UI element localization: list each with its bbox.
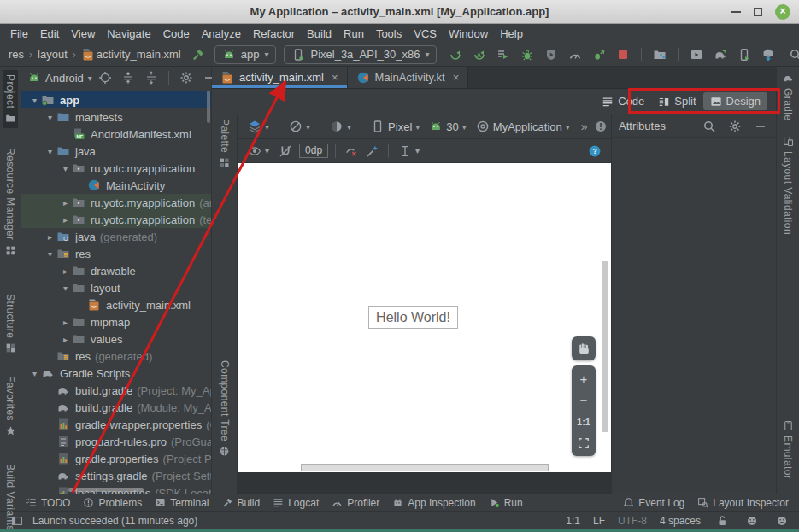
project-view-selector[interactable]: Android xyxy=(45,72,84,85)
profiler-button[interactable] xyxy=(567,46,584,63)
canvas-horizontal-scrollbar[interactable] xyxy=(301,464,549,471)
tree-item-ru-yotc-myapplication[interactable]: ▾ru.yotc.myapplication xyxy=(21,160,211,177)
hello-world-textview[interactable]: Hello World! xyxy=(368,306,458,329)
tree-item-ru-yotc-myapplication[interactable]: ▸ru.yotc.myapplication(test) xyxy=(21,211,211,228)
canvas-vertical-scrollbar[interactable] xyxy=(602,261,608,432)
chevron-right-icon[interactable]: ▸ xyxy=(59,318,72,327)
chevron-down-icon[interactable]: ▾ xyxy=(28,369,41,378)
menu-navigate[interactable]: Navigate xyxy=(101,27,156,40)
tree-item-ru-yotc-myapplication[interactable]: ▸ru.yotc.myapplication(androidTest) xyxy=(21,194,211,211)
chevron-down-icon[interactable]: ▾ xyxy=(59,284,72,293)
menu-build[interactable]: Build xyxy=(301,27,338,40)
attach-debugger-button[interactable] xyxy=(590,46,608,63)
menu-analyze[interactable]: Analyze xyxy=(196,27,247,40)
toolwindow-run-button[interactable]: Run xyxy=(489,497,523,509)
pan-button[interactable] xyxy=(572,336,596,360)
status-1-1[interactable]: 1:1 xyxy=(566,515,580,527)
apply-changes-button[interactable]: A xyxy=(471,46,488,63)
design-canvas[interactable]: Hello World! + − 1:1 xyxy=(238,163,611,472)
sdk-manager-button[interactable] xyxy=(760,46,777,63)
toolwindow-terminal-button[interactable]: Terminal xyxy=(155,497,209,509)
design-surface-button[interactable]: ▾ xyxy=(245,120,272,133)
tree-item-layout[interactable]: ▾layout xyxy=(21,279,211,296)
menu-file[interactable]: File xyxy=(4,27,34,40)
tab-activity-main-xml[interactable]: <>activity_main.xml× xyxy=(212,67,348,88)
view-options-eye-button[interactable]: ▾ xyxy=(245,144,272,158)
chevron-down-icon[interactable]: ▾ xyxy=(59,164,72,173)
avd-manager-button[interactable] xyxy=(736,46,753,63)
face-happy-button[interactable] xyxy=(743,512,761,529)
tree-item-mipmap[interactable]: ▸mipmap xyxy=(21,313,211,330)
tree-item-values[interactable]: ▸values xyxy=(21,330,211,348)
menu-window[interactable]: Window xyxy=(443,27,494,40)
sidebar-tab-structure[interactable]: Structure xyxy=(3,289,18,358)
gradle-sync-button[interactable] xyxy=(712,46,729,63)
coverage-button[interactable] xyxy=(543,46,560,63)
toolwindow-logcat-button[interactable]: Logcat xyxy=(273,497,319,509)
chevron-down-icon[interactable]: ▾ xyxy=(44,113,56,122)
zoom-out-button[interactable]: − xyxy=(572,389,596,411)
theme-selector[interactable]: MyApplication▾ xyxy=(473,120,573,133)
expand-all-button[interactable] xyxy=(120,69,137,86)
toolwindow-profiler-button[interactable]: Profiler xyxy=(332,497,379,509)
collapse-all-button[interactable] xyxy=(143,69,160,86)
settings-gear-button[interactable] xyxy=(726,118,743,135)
sidebar-tab-gradle[interactable]: Gradle xyxy=(780,68,796,125)
menu-help[interactable]: Help xyxy=(494,27,529,40)
face-sad-button[interactable] xyxy=(773,512,790,529)
error-badge-button[interactable] xyxy=(592,118,609,135)
tree-item-gradle-wrapper-properties[interactable]: gradle-wrapper.properties(Gradle Version… xyxy=(21,416,211,433)
chevron-right-icon[interactable]: ▸ xyxy=(59,215,72,225)
project-vertical-scrollbar[interactable] xyxy=(207,91,210,123)
tab-mainactivity-kt[interactable]: MainActivity.kt× xyxy=(348,67,469,88)
night-mode-button[interactable]: ▾ xyxy=(327,120,354,133)
tree-item-drawable[interactable]: ▸drawable xyxy=(21,262,211,279)
toolwindow-app-inspection-button[interactable]: App Inspection xyxy=(392,497,475,509)
chevron-right-icon[interactable]: ▸ xyxy=(44,232,56,242)
device-selector[interactable]: Pixel_3a_API_30_x86▾ xyxy=(284,45,437,64)
run-configuration-selector[interactable]: app▾ xyxy=(214,45,277,64)
search-button[interactable] xyxy=(787,46,799,63)
toolwindow-build-button[interactable]: Build xyxy=(222,497,261,509)
more-actions-icon[interactable]: » xyxy=(581,120,588,133)
menu-refactor[interactable]: Refactor xyxy=(247,27,301,40)
close-button[interactable]: × xyxy=(775,4,790,20)
tree-item-build-gradle[interactable]: build.gradle(Module: My_Application.app) xyxy=(21,399,211,416)
menu-vcs[interactable]: VCS xyxy=(408,27,443,40)
minimize-button[interactable] xyxy=(731,11,741,13)
stop-button[interactable] xyxy=(614,46,632,63)
menu-edit[interactable]: Edit xyxy=(34,27,65,40)
hide-minus-button[interactable] xyxy=(752,118,769,135)
toolwindow-layout-inspector-button[interactable]: Layout Inspector xyxy=(697,497,789,509)
tree-item-proguard-rules-pro[interactable]: proguard-rules.pro(ProGuard Rules for My… xyxy=(21,433,211,450)
help-button[interactable]: ? xyxy=(586,143,603,160)
tree-item-gradle-scripts[interactable]: ▾Gradle Scripts xyxy=(21,365,211,382)
breadcrumb-res[interactable]: res xyxy=(9,48,24,61)
chevron-right-icon[interactable]: ▸ xyxy=(59,198,72,208)
sidebar-tab-emulator[interactable]: Emulator xyxy=(780,416,796,483)
toolwindow-event-log-button[interactable]: Event Log xyxy=(623,497,684,509)
mode-split-button[interactable]: Split xyxy=(651,92,702,110)
close-tab-icon[interactable]: × xyxy=(332,71,338,84)
status-4-spaces[interactable]: 4 spaces xyxy=(660,515,701,527)
menu-code[interactable]: Code xyxy=(157,27,196,40)
restore-button[interactable] xyxy=(754,8,762,16)
build-hammer-button[interactable] xyxy=(190,46,207,63)
sidebar-tab-resource-manager[interactable]: Resource Manager xyxy=(3,143,18,260)
tree-item-build-gradle[interactable]: build.gradle(Project: My_Application) xyxy=(21,382,211,399)
clear-constraints-button[interactable] xyxy=(343,143,360,160)
status-lf[interactable]: LF xyxy=(593,515,605,527)
toolwindows-toggle-button[interactable] xyxy=(9,512,26,529)
menu-run[interactable]: Run xyxy=(338,27,370,40)
tree-item-java[interactable]: ▾java xyxy=(21,143,211,160)
device-manager-button[interactable] xyxy=(651,46,668,63)
sidebar-tab-favorites[interactable]: Favorites xyxy=(3,371,18,441)
menu-tools[interactable]: Tools xyxy=(370,27,408,40)
locate-button[interactable] xyxy=(97,69,114,86)
tree-item-res[interactable]: res(generated) xyxy=(21,348,211,365)
tree-item-gradle-properties[interactable]: gradle.properties(Project Properties) xyxy=(21,450,211,467)
chevron-down-icon[interactable]: ▾ xyxy=(44,249,56,259)
search-button[interactable] xyxy=(701,118,718,135)
project-horizontal-scrollbar[interactable] xyxy=(68,488,144,492)
tree-item-mainactivity[interactable]: MainActivity xyxy=(21,177,211,194)
